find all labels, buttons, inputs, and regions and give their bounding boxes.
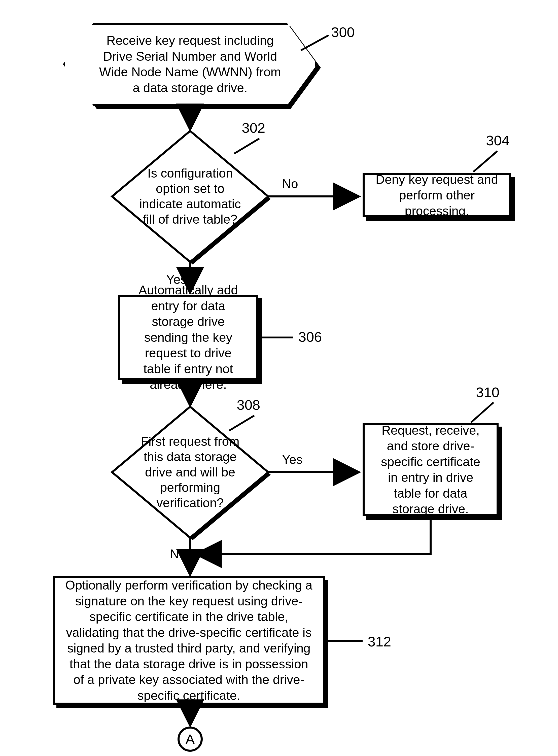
- svg-line-14: [471, 402, 493, 423]
- node-302-text: Is configuration option set to indicate …: [135, 166, 245, 227]
- node-310: Request, receive, and store drive-specif…: [363, 423, 499, 516]
- leader-312: [327, 633, 367, 646]
- leader-306: [261, 326, 298, 341]
- node-300-text: Receive key request including Drive Seri…: [95, 33, 285, 96]
- node-312-text: Optionally perform verification by check…: [65, 577, 313, 703]
- svg-line-12: [229, 415, 254, 431]
- node-A-text: A: [185, 731, 195, 748]
- ref-302: 302: [242, 121, 265, 135]
- node-308-text: First request from this data storage dri…: [135, 434, 245, 511]
- leader-300: [301, 33, 336, 53]
- leader-310: [471, 400, 499, 424]
- svg-line-6: [474, 151, 497, 172]
- flowchart-canvas: Receive key request including Drive Seri…: [0, 0, 558, 756]
- edge-label-308-310: Yes: [282, 453, 303, 466]
- leader-308: [229, 413, 262, 433]
- ref-304: 304: [486, 133, 509, 148]
- edge-label-302-304: No: [282, 178, 298, 190]
- ref-300: 300: [331, 25, 355, 39]
- ref-306: 306: [298, 330, 322, 344]
- node-304: Deny key request and perform other proce…: [363, 173, 511, 217]
- node-306: Automatically add entry for data storage…: [118, 295, 258, 380]
- arrow-308-310: [268, 470, 361, 475]
- node-312: Optionally perform verification by check…: [53, 576, 325, 705]
- arrow-310-merge: [192, 519, 433, 561]
- edge-label-308-312: No: [170, 548, 186, 560]
- node-304-text: Deny key request and perform other proce…: [375, 172, 499, 219]
- node-310-text: Request, receive, and store drive-specif…: [375, 423, 486, 517]
- leader-302: [234, 136, 267, 156]
- arrow-308-312: [187, 538, 193, 577]
- arrow-302-304: [268, 194, 361, 199]
- node-306-text: Automatically add entry for data storage…: [130, 282, 246, 393]
- ref-310: 310: [476, 385, 499, 399]
- node-300: Receive key request including Drive Seri…: [63, 23, 317, 106]
- node-A: A: [178, 727, 203, 752]
- svg-line-0: [301, 35, 329, 50]
- arrow-312-A: [187, 708, 193, 728]
- ref-308: 308: [237, 398, 260, 412]
- arrow-300-302: [187, 109, 193, 132]
- arrow-306-308: [187, 383, 193, 408]
- svg-line-4: [234, 138, 259, 154]
- ref-312: 312: [367, 635, 391, 649]
- leader-304: [474, 149, 504, 174]
